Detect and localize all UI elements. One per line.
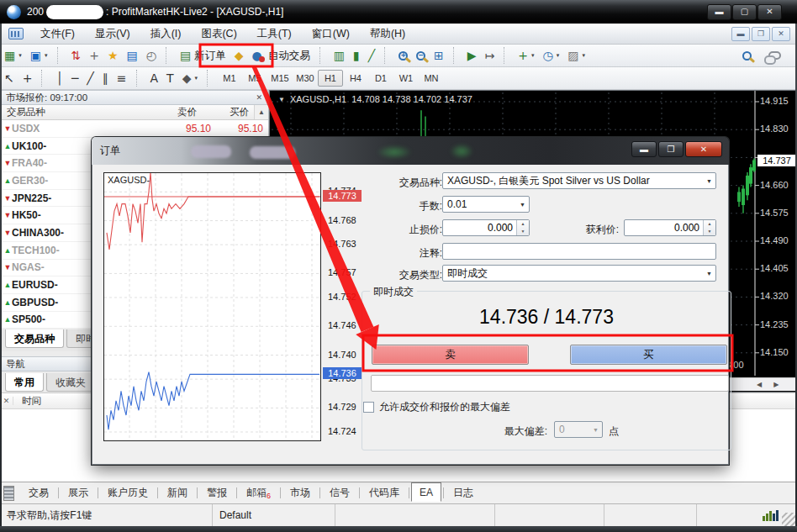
order-dialog-titlebar[interactable]: 订单 ▬ ❐ ✕: [92, 137, 729, 165]
zoom-out-button[interactable]: −: [412, 46, 430, 66]
terminal-tab-交易[interactable]: 交易: [21, 483, 56, 503]
timeframe-M15[interactable]: M15: [267, 70, 293, 87]
buy-button[interactable]: 买: [570, 345, 727, 365]
templates-button[interactable]: ▨▾: [563, 46, 589, 66]
volume-select[interactable]: 0.01 ▼: [442, 196, 530, 213]
market-watch-close-icon[interactable]: ✕: [256, 93, 262, 102]
market-watch-button[interactable]: ⇅: [67, 46, 86, 66]
status-profile[interactable]: Default: [213, 504, 335, 526]
terminal-tab-账户历史[interactable]: 账户历史: [100, 483, 156, 503]
terminal-tab-EA[interactable]: EA: [411, 482, 441, 502]
vertical-line-button[interactable]: │: [51, 69, 66, 88]
maximize-button[interactable]: ▢: [732, 4, 757, 20]
dialog-minimize-button[interactable]: ▬: [631, 141, 657, 157]
autotrading-button[interactable]: ●自动交易: [248, 46, 314, 66]
comment-input[interactable]: [442, 243, 716, 260]
shapes-button[interactable]: ◆▾: [178, 69, 202, 88]
dialog-close-button[interactable]: ✕: [685, 141, 722, 157]
navigator-tab-常用[interactable]: 常用: [5, 373, 44, 392]
menu-item-1[interactable]: 显示(V): [85, 24, 140, 44]
resize-grip[interactable]: [782, 513, 795, 526]
terminal-tab-市场[interactable]: 市场: [282, 483, 318, 503]
fibonacci-button[interactable]: ≡: [113, 69, 131, 88]
menu-item-0[interactable]: 文件(F): [30, 24, 85, 44]
crosshair-button[interactable]: +: [18, 69, 37, 88]
child-close-button[interactable]: ✕: [772, 27, 790, 41]
chart-shift-button[interactable]: ↦: [481, 46, 499, 66]
community-button[interactable]: [764, 46, 785, 66]
search-button[interactable]: [738, 46, 756, 66]
terminal-panel-icon[interactable]: [3, 486, 14, 501]
cursor-button[interactable]: ↖: [0, 69, 18, 88]
menu-item-5[interactable]: 窗口(W): [302, 24, 360, 44]
timeframe-M1[interactable]: M1: [217, 70, 242, 87]
timeframe-H1[interactable]: H1: [318, 70, 343, 87]
strategy-tester-button[interactable]: ◴: [142, 46, 161, 66]
terminal-tab-邮箱[interactable]: 邮箱6: [239, 483, 278, 503]
market-watch-tab-交易品种[interactable]: 交易品种: [5, 329, 64, 348]
chart-dropdown-icon[interactable]: ▼: [278, 96, 285, 103]
trendline-button[interactable]: ╱: [82, 69, 98, 88]
symbol-select[interactable]: XAGUSD-, 白银美元 Spot Silver vs US Dollar ▼: [442, 172, 716, 189]
terminal-tab-警报[interactable]: 警报: [199, 483, 235, 503]
timeframe-M5[interactable]: M5: [242, 70, 267, 87]
scroll-right-icon[interactable]: ▶: [773, 381, 779, 388]
auto-scroll-button[interactable]: ▶: [463, 46, 481, 66]
timeframe-MN[interactable]: MN: [419, 70, 444, 87]
takeprofit-spinner[interactable]: ▲▼: [624, 219, 716, 236]
stoploss-input[interactable]: [443, 221, 516, 234]
timeframe-W1[interactable]: W1: [393, 70, 419, 87]
dialog-restore-button[interactable]: ❐: [658, 141, 684, 157]
scroll-left-icon[interactable]: ◀: [757, 381, 762, 388]
timeframe-M30[interactable]: M30: [293, 70, 318, 87]
execution-type-select[interactable]: 即时成交 ▼: [442, 265, 716, 282]
column-bid: 卖价: [150, 106, 202, 119]
navigator-tab-收藏夹[interactable]: 收藏夹: [46, 373, 95, 392]
data-window-button[interactable]: +: [85, 46, 103, 66]
max-deviation-select[interactable]: 0 ▼: [554, 421, 603, 438]
scroll-up-icon[interactable]: ▲: [254, 105, 268, 119]
stoploss-spinner[interactable]: ▲▼: [442, 219, 530, 236]
horizontal-line-button[interactable]: ─: [67, 69, 82, 88]
terminal-tab-日志[interactable]: 日志: [446, 483, 481, 503]
timeframe-D1[interactable]: D1: [368, 70, 393, 87]
menu-item-4[interactable]: 工具(T): [247, 24, 302, 44]
indicators-button[interactable]: +▾: [514, 46, 538, 66]
close-button[interactable]: ✕: [757, 4, 782, 20]
new-chart-button[interactable]: ▦▾: [0, 46, 26, 66]
menu-item-3[interactable]: 图表(C): [191, 24, 246, 44]
timeframe-H4[interactable]: H4: [343, 70, 368, 87]
minimize-button[interactable]: ▬: [707, 4, 731, 20]
periods-button[interactable]: ◷▾: [539, 46, 564, 66]
terminal-tab-代码库[interactable]: 代码库: [362, 483, 407, 503]
spinner-arrows-icon[interactable]: ▲▼: [516, 220, 529, 235]
label-button[interactable]: T: [162, 69, 178, 88]
up-arrow-icon: ▲: [0, 281, 12, 289]
market-watch-row-USDX[interactable]: ▼USDX95.1095.10: [0, 120, 268, 138]
terminal-tab-新闻[interactable]: 新闻: [160, 483, 195, 503]
line-chart-button[interactable]: ╱: [364, 46, 379, 66]
child-restore-button[interactable]: ❐: [752, 27, 770, 41]
metaeditor-button[interactable]: ◆: [230, 46, 248, 66]
bar-chart-button[interactable]: ▥: [330, 46, 349, 66]
text-button[interactable]: A: [146, 69, 163, 88]
profiles-button[interactable]: ▣▾: [26, 46, 52, 66]
child-minimize-button[interactable]: ▬: [731, 27, 750, 41]
takeprofit-input[interactable]: [625, 221, 703, 234]
new-order-button[interactable]: ▤新订单: [176, 46, 230, 66]
terminal-button[interactable]: ▤: [123, 46, 142, 66]
menu-item-6[interactable]: 帮助(H): [360, 24, 415, 44]
spinner-arrows-icon[interactable]: ▲▼: [703, 220, 715, 235]
terminal-close-icon[interactable]: ✕: [0, 397, 13, 405]
navigator-button[interactable]: ★: [103, 46, 123, 66]
zoom-in-button[interactable]: +: [394, 46, 412, 66]
channel-button[interactable]: ∥: [98, 69, 113, 88]
deviation-checkbox[interactable]: [363, 402, 374, 413]
terminal-tab-展示[interactable]: 展示: [61, 483, 96, 503]
order-dialog-body: XAGUSD- 14.77414.76814.76314.75714.75214…: [92, 165, 729, 465]
terminal-tab-信号[interactable]: 信号: [322, 483, 357, 503]
candle-chart-button[interactable]: ▮: [349, 46, 364, 66]
sell-button[interactable]: 卖: [372, 345, 529, 365]
menu-item-2[interactable]: 插入(I): [140, 24, 192, 44]
tile-windows-button[interactable]: ⊞: [430, 46, 448, 66]
